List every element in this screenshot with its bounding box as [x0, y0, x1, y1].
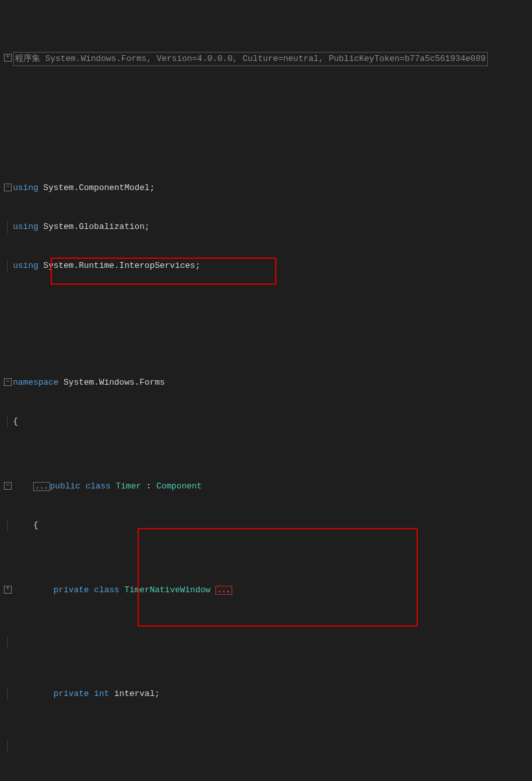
code-line[interactable]: using System.Globalization; — [4, 221, 532, 234]
fold-minus-icon[interactable]: − — [4, 378, 12, 386]
code-line[interactable] — [4, 636, 532, 649]
code-line[interactable]: + 程序集 System.Windows.Forms, Version=4.0.… — [4, 52, 532, 65]
code-line[interactable] — [4, 117, 532, 130]
fold-plus-icon[interactable]: + — [4, 54, 12, 62]
code-line[interactable]: { — [4, 415, 532, 428]
code-line[interactable]: − ...public class Timer : Component — [4, 480, 532, 493]
code-line[interactable] — [4, 739, 532, 752]
code-line[interactable]: − using System.ComponentModel; — [4, 182, 532, 195]
code-line[interactable]: + private class TimerNativeWindow ... — [4, 584, 532, 597]
code-editor[interactable]: + 程序集 System.Windows.Forms, Version=4.0.… — [0, 0, 532, 781]
code-line[interactable]: using System.Runtime.InteropServices; — [4, 259, 532, 272]
ellipsis-icon[interactable]: ... — [33, 482, 50, 491]
code-area[interactable]: + 程序集 System.Windows.Forms, Version=4.0.… — [0, 0, 532, 781]
assembly-info: 程序集 System.Windows.Forms, Version=4.0.0.… — [13, 52, 488, 66]
fold-minus-icon[interactable]: − — [4, 184, 12, 191]
code-line[interactable]: { — [4, 519, 532, 532]
code-line[interactable] — [4, 311, 532, 324]
code-line[interactable]: private int interval; — [4, 688, 532, 701]
fold-minus-icon[interactable]: − — [4, 482, 12, 490]
code-line[interactable]: − namespace System.Windows.Forms — [4, 376, 532, 389]
ellipsis-icon[interactable]: ... — [215, 586, 232, 595]
fold-plus-icon[interactable]: + — [4, 586, 12, 594]
